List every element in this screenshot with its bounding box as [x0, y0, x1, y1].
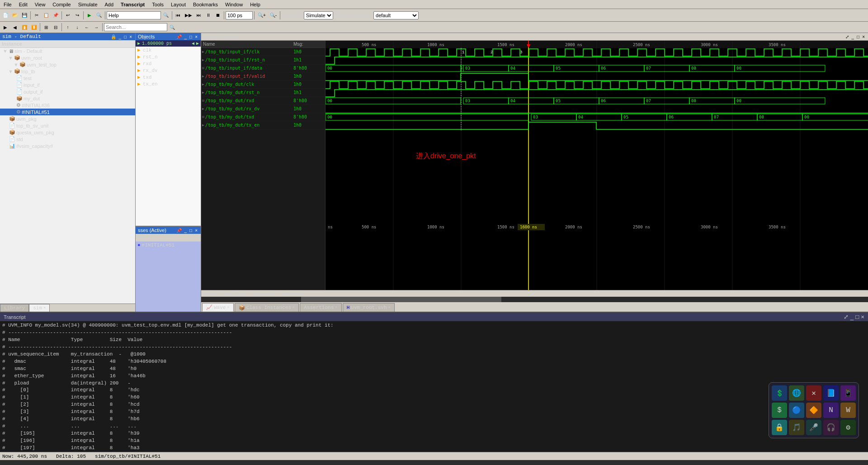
menu-add[interactable]: Add [101, 1, 118, 8]
sses-item-initial51[interactable]: ● #INITIAL#51 [136, 242, 201, 249]
tab-assertions[interactable]: Assertions × [300, 303, 341, 312]
signal-row-dut-clk[interactable]: ▶/top_tb/my_dut/clk [201, 81, 292, 89]
obj-txd[interactable]: ▶ txd [136, 74, 201, 81]
tb2-btn9[interactable]: ← [82, 23, 91, 32]
taskbar-icon-7[interactable]: 🔵 [789, 403, 804, 418]
taskbar-icon-4[interactable]: 📘 [823, 385, 839, 401]
wave-expand[interactable]: ⤢ [844, 34, 850, 39]
tab-assertions-close[interactable]: × [335, 305, 337, 310]
sses-min[interactable]: _ [184, 228, 188, 233]
tree-input-if[interactable]: 📄 input_if [0, 81, 135, 88]
tree-top-sv-unit[interactable]: 📄 top_tb_sv_unit [0, 122, 135, 129]
taskbar-icon-1[interactable]: 💲 [772, 385, 787, 401]
tb2-btn8[interactable]: ↓ [73, 23, 82, 32]
tb2-btn3[interactable]: ⏫ [20, 23, 29, 32]
undo-btn[interactable]: ↩ [63, 11, 72, 20]
taskbar-icon-14[interactable]: 🎧 [823, 420, 839, 435]
step-btn[interactable]: ⏭ [194, 11, 203, 20]
restart-btn[interactable]: ⏮ [174, 11, 183, 20]
tree-sim[interactable]: ▼ 🖥 sim - Default [0, 48, 135, 54]
menu-simulate[interactable]: Simulate [75, 1, 101, 8]
transcript-min[interactable]: _ [850, 313, 854, 320]
tree-top-tb[interactable]: ▼ 📦 top_tb [0, 68, 135, 75]
save-btn[interactable]: 💾 [20, 11, 29, 20]
menu-compile[interactable]: Compile [49, 1, 74, 8]
obj-rst-n[interactable]: ▶ rst_n [136, 53, 201, 60]
instance-panel-max[interactable]: □ [123, 34, 127, 39]
taskbar-icon-13[interactable]: 🎤 [806, 420, 821, 435]
tb2-btn4[interactable]: ⏬ [29, 23, 38, 32]
sses-max[interactable]: □ [189, 228, 193, 233]
taskbar-icon-3[interactable]: ✕ [806, 385, 821, 401]
transcript-max[interactable]: □ [855, 313, 859, 320]
help-input[interactable] [107, 11, 161, 19]
signal-row-rx-dv[interactable]: ▶/top_tb/my_dut/rx_dv [201, 105, 292, 113]
zoom-out-btn[interactable]: 🔍- [268, 11, 278, 20]
tb2-btn2[interactable]: ◀ [10, 23, 19, 32]
objects-arrow-left[interactable]: ◀ [192, 41, 194, 46]
obj-rx-dv[interactable]: ▶ rx_dv [136, 67, 201, 74]
taskbar-icon-6[interactable]: $ [772, 403, 787, 418]
taskbar-icon-15[interactable]: ⚙ [840, 420, 856, 435]
menu-view[interactable]: View [31, 1, 49, 8]
objects-max[interactable]: □ [189, 34, 193, 39]
objects-arrow-right[interactable]: ▶ [196, 41, 199, 46]
copy-btn[interactable]: 📋 [42, 11, 51, 20]
layout-select[interactable]: Simulate [304, 11, 333, 19]
signal-row-rxd[interactable]: ⊞/top_tb/my_dut/rxd [201, 97, 292, 105]
wave-min[interactable]: _ [851, 34, 855, 39]
transcript-close[interactable]: × [861, 313, 864, 320]
tb2-btn10[interactable]: → [92, 23, 101, 32]
taskbar-icon-2[interactable]: 🌐 [789, 385, 804, 401]
menu-file[interactable]: File [0, 1, 15, 8]
taskbar-icon-11[interactable]: 🔒 [772, 420, 787, 435]
wave-scrollbar[interactable] [201, 297, 868, 302]
objects-min[interactable]: _ [184, 34, 188, 39]
tree-uvm-root[interactable]: ▼ 📦 uvm_root [0, 54, 135, 61]
signal-row-data[interactable]: ⊞/top_tb/input_if/data [201, 64, 292, 72]
tab-class-close[interactable]: × [292, 305, 295, 310]
objects-close[interactable]: × [194, 34, 198, 39]
signal-row-rst-n[interactable]: ▶/top_tb/input_if/rst_n [201, 56, 292, 64]
tree-std[interactable]: 📄 std [0, 136, 135, 142]
menu-transcript[interactable]: Transcript [117, 1, 148, 8]
time-input[interactable] [226, 11, 253, 19]
tb2-btn6[interactable]: ⊟ [51, 23, 60, 32]
zoom-in-btn[interactable]: 🔍+ [256, 11, 268, 20]
signal-row-dut-rst-n[interactable]: ▶/top_tb/my_dut/rst_n [201, 89, 292, 97]
transcript-expand[interactable]: ⤢ [844, 313, 849, 320]
tb2-btn1[interactable]: ▶ [1, 23, 10, 32]
help-search-btn[interactable]: 🔍 [161, 11, 170, 20]
break-btn[interactable]: ⏸ [204, 11, 213, 20]
menu-tools[interactable]: Tools [148, 1, 167, 8]
new-btn[interactable]: 📄 [1, 11, 10, 20]
wave-max[interactable]: □ [856, 34, 860, 39]
taskbar-icon-10[interactable]: W [840, 403, 856, 418]
tree-uvm-test-top[interactable]: ▼ 📦 uvm_test_top [0, 61, 135, 68]
tab-sim[interactable]: sim × [29, 304, 50, 312]
signal-row-txd[interactable]: ⊞/top_tb/my_dut/txd [201, 113, 292, 121]
search-btn[interactable]: 🔍 [168, 23, 177, 32]
menu-bookmarks[interactable]: Bookmarks [189, 1, 222, 8]
signal-row-clk[interactable]: ▶/top_tb/input_if/clk [201, 48, 292, 56]
cut-btn[interactable]: ✂ [32, 11, 41, 20]
menu-window[interactable]: Window [222, 1, 246, 8]
tree-initial51[interactable]: ⚙ #INITIAL#51 [0, 109, 135, 115]
open-btn[interactable]: 📂 [10, 11, 19, 20]
instance-panel-lock[interactable]: 🔒 [110, 34, 117, 39]
obj-rxd[interactable]: ▶ rxd [136, 60, 201, 67]
wave-close[interactable]: × [861, 34, 866, 39]
menu-layout[interactable]: Layout [167, 1, 189, 8]
search-input[interactable] [104, 23, 167, 31]
find-btn[interactable]: 🔍 [94, 11, 104, 20]
tree-test[interactable]: 📄 test [0, 75, 135, 81]
obj-tx-en[interactable]: ▶ tx_en [136, 81, 201, 87]
taskbar-icon-5[interactable]: 📱 [840, 385, 856, 401]
taskbar-icon-9[interactable]: N [823, 403, 839, 418]
tree-questa-uvm[interactable]: 📦 questa_uvm_pkg [0, 129, 135, 136]
redo-btn[interactable]: ↪ [73, 11, 82, 20]
tab-uvm-close[interactable]: × [388, 305, 391, 310]
column-layout-select[interactable]: default [373, 11, 419, 19]
sim-tab-close[interactable]: × [43, 306, 46, 310]
tb2-btn5[interactable]: ⊞ [42, 23, 51, 32]
